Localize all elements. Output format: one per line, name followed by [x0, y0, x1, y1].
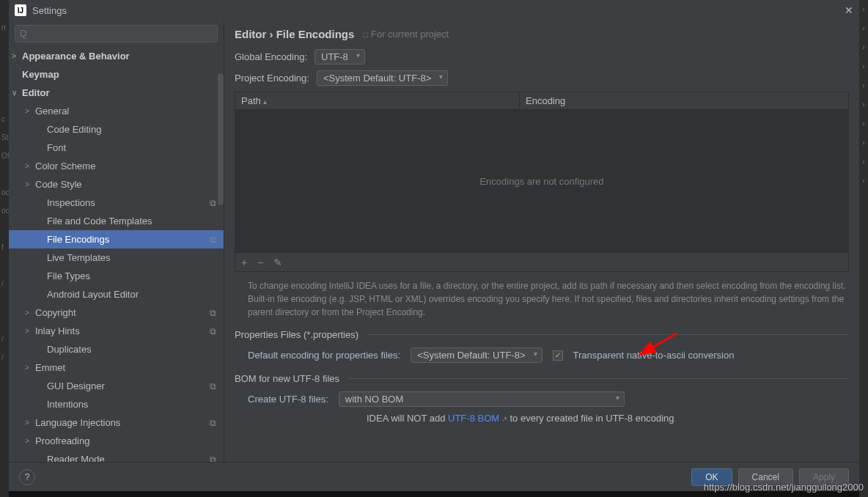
global-encoding-label: Global Encoding:: [235, 51, 307, 62]
utf8-bom-link[interactable]: UTF-8 BOM: [448, 413, 507, 424]
tree-item[interactable]: Intentions: [9, 395, 224, 413]
tree-item[interactable]: GUI Designer⧉: [9, 377, 224, 395]
tree-item[interactable]: File Types: [9, 267, 224, 285]
tree-item[interactable]: >Code Style: [9, 175, 224, 194]
props-encoding-dropdown[interactable]: <System Default: UTF-8>: [411, 347, 542, 363]
tree-item[interactable]: File Encodings⧉: [9, 230, 224, 248]
bom-dropdown[interactable]: with NO BOM: [339, 391, 625, 407]
settings-dialog: IJ Settings ✕ >Appearance & BehaviorKeym…: [9, 0, 859, 491]
tree-item-label: Reader Mode: [47, 454, 105, 462]
col-encoding[interactable]: Encoding: [520, 92, 848, 109]
hint-text: To change encoding IntelliJ IDEA uses fo…: [248, 279, 849, 319]
tree-item[interactable]: >General: [9, 102, 224, 120]
titlebar: IJ Settings ✕: [9, 0, 859, 21]
sidebar: >Appearance & BehaviorKeymap∨Editor>Gene…: [9, 21, 224, 462]
tree-item-label: Duplicates: [47, 344, 92, 355]
tree-item-label: Proofreading: [35, 435, 89, 446]
project-scope-icon: ⧉: [210, 235, 216, 245]
tree-item-label: Language Injections: [35, 417, 120, 428]
tree-item[interactable]: >Appearance & Behavior: [9, 47, 224, 65]
tree-item[interactable]: >Language Injections⧉: [9, 413, 224, 432]
project-encoding-label: Project Encoding:: [235, 73, 309, 84]
tree-item-label: Copyright: [35, 307, 76, 318]
tree-item[interactable]: File and Code Templates: [9, 212, 224, 230]
chevron-icon: >: [25, 107, 29, 115]
chevron-icon: >: [12, 52, 16, 60]
tree-item-label: Inspections: [47, 197, 95, 208]
tree-item-label: Inlay Hints: [35, 325, 80, 336]
remove-icon[interactable]: −: [257, 257, 263, 268]
tree-item[interactable]: Font: [9, 139, 224, 157]
tree-item-label: Font: [47, 142, 66, 153]
tree-item[interactable]: >Inlay Hints⧉: [9, 322, 224, 340]
tree-item-label: GUI Designer: [47, 380, 105, 391]
right-gutter: ››››››››››: [859, 0, 868, 497]
chevron-icon: >: [25, 162, 29, 170]
tree-item[interactable]: >Emmet: [9, 358, 224, 377]
tree-item[interactable]: Keymap: [9, 65, 224, 84]
tree-item-label: Appearance & Behavior: [22, 51, 130, 62]
props-legend: Properties Files (*.properties): [235, 329, 849, 340]
tree-item-label: Color Scheme: [35, 161, 95, 172]
help-button[interactable]: ?: [19, 469, 35, 485]
scope-badge: For current project: [363, 29, 449, 40]
edit-icon[interactable]: ✎: [273, 257, 282, 268]
bom-label: Create UTF-8 files:: [248, 394, 328, 405]
tree-item[interactable]: Live Templates: [9, 248, 224, 267]
col-path[interactable]: Path: [235, 92, 520, 109]
project-scope-icon: ⧉: [210, 326, 216, 336]
global-encoding-dropdown[interactable]: UTF-8: [315, 49, 365, 65]
tree-item[interactable]: Android Layout Editor: [9, 285, 224, 303]
tree-item[interactable]: Duplicates: [9, 340, 224, 358]
breadcrumb: Editor › File Encodings For current proj…: [235, 28, 849, 40]
project-scope-icon: ⧉: [210, 454, 216, 463]
breadcrumb-text: Editor › File Encodings: [235, 28, 354, 40]
tree-item-label: Live Templates: [47, 252, 110, 263]
props-label: Default encoding for properties files:: [248, 350, 400, 361]
native-ascii-label[interactable]: Transparent native-to-ascii conversion: [573, 350, 735, 361]
chevron-icon: ∨: [12, 89, 17, 97]
encoding-table: Path Encoding Encodings are not configur…: [235, 92, 849, 272]
project-scope-icon: ⧉: [210, 418, 216, 428]
app-icon: IJ: [15, 4, 26, 16]
settings-tree[interactable]: >Appearance & BehaviorKeymap∨Editor>Gene…: [9, 47, 224, 462]
tree-item-label: Android Layout Editor: [47, 289, 139, 300]
tree-item-label: Code Style: [35, 179, 82, 190]
tree-item-label: Intentions: [47, 399, 88, 410]
project-scope-icon: ⧉: [210, 381, 216, 391]
bom-note: IDEA will NOT add UTF-8 BOM to every cre…: [235, 413, 849, 424]
tree-item-label: File and Code Templates: [47, 216, 152, 227]
tree-item-label: File Encodings: [47, 234, 109, 245]
tree-item-label: Keymap: [22, 69, 59, 80]
tree-item-label: File Types: [47, 270, 90, 281]
search-input[interactable]: [15, 25, 218, 43]
chevron-icon: >: [25, 437, 29, 445]
watermark: https://blog.csdn.net/jiangguilong2000: [704, 482, 864, 493]
tree-item[interactable]: Code Editing: [9, 120, 224, 139]
close-icon[interactable]: ✕: [845, 4, 853, 16]
add-icon[interactable]: +: [241, 257, 247, 268]
tree-item-label: General: [35, 106, 69, 117]
tree-item[interactable]: Inspections⧉: [9, 194, 224, 212]
chevron-icon: >: [25, 180, 29, 188]
chevron-icon: >: [25, 309, 29, 317]
chevron-icon: >: [25, 364, 29, 372]
tree-item[interactable]: Reader Mode⧉: [9, 450, 224, 462]
chevron-icon: >: [25, 419, 29, 427]
table-empty-msg: Encodings are not configured: [235, 110, 848, 252]
project-scope-icon: ⧉: [210, 198, 216, 208]
tree-item[interactable]: >Color Scheme: [9, 157, 224, 175]
tree-item-label: Code Editing: [47, 124, 101, 135]
chevron-icon: >: [25, 327, 29, 335]
tree-item-label: Editor: [22, 87, 50, 98]
left-gutter: rr cStOf ococ f / //: [0, 0, 9, 497]
tree-item[interactable]: >Proofreading: [9, 432, 224, 450]
content-pane: Editor › File Encodings For current proj…: [224, 21, 859, 462]
tree-item-label: Emmet: [35, 362, 65, 373]
tree-item[interactable]: ∨Editor: [9, 84, 224, 102]
project-scope-icon: ⧉: [210, 308, 216, 318]
native-ascii-checkbox[interactable]: ✓: [553, 350, 563, 361]
bom-legend: BOM for new UTF-8 files: [235, 373, 849, 384]
tree-item[interactable]: >Copyright⧉: [9, 303, 224, 322]
project-encoding-dropdown[interactable]: <System Default: UTF-8>: [317, 70, 448, 86]
